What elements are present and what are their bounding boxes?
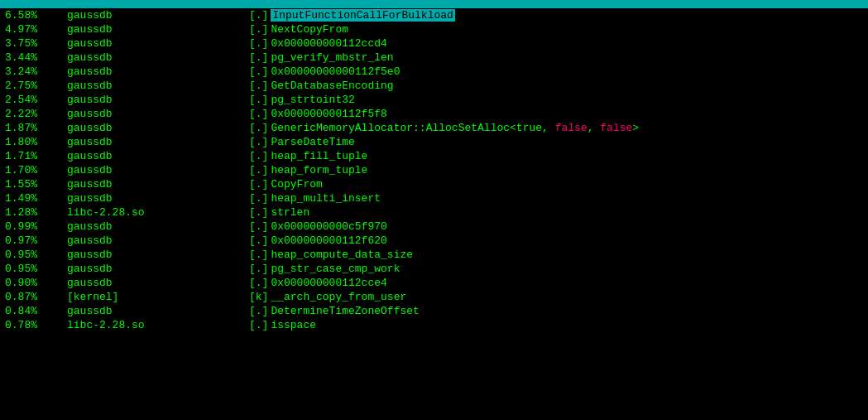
- symbol-value: strlen: [271, 206, 309, 219]
- table-row[interactable]: 0.95%gaussdb[.] heap_compute_data_size: [0, 248, 868, 262]
- symbol-container: [.] heap_fill_tuple: [249, 150, 367, 162]
- table-row[interactable]: 1.28%libc-2.28.so[.] strlen: [0, 205, 868, 220]
- symbol-value: 0x00000000000112f5e0: [271, 65, 400, 78]
- table-row[interactable]: 0.87%[kernel][k] __arch_copy_from_user: [0, 290, 868, 304]
- overhead-value: 0.87%: [5, 291, 67, 303]
- overhead-value: 0.99%: [5, 220, 67, 233]
- overhead-value: 1.49%: [5, 192, 67, 205]
- symbol-value: heap_compute_data_size: [271, 249, 413, 261]
- overhead-value: 3.75%: [5, 37, 67, 50]
- symbol-container: [.] heap_multi_insert: [249, 192, 381, 205]
- bracket: [.]: [249, 206, 268, 219]
- table-row[interactable]: 1.71%gaussdb[.] heap_fill_tuple: [0, 149, 868, 163]
- table-row[interactable]: 3.24%gaussdb[.] 0x00000000000112f5e0: [0, 65, 868, 79]
- symbol-value: __arch_copy_from_user: [271, 291, 406, 303]
- shared-object-value: gaussdb: [67, 234, 249, 247]
- symbol-value: InputFunctionCallForBulkload: [271, 9, 454, 22]
- shared-object-value: [kernel]: [67, 291, 249, 303]
- overhead-value: 0.84%: [5, 305, 67, 317]
- table-row[interactable]: 1.55%gaussdb[.] CopyFrom: [0, 177, 868, 191]
- overhead-value: 2.22%: [5, 108, 67, 120]
- table-row[interactable]: 6.58%gaussdb[.] InputFunctionCallForBulk…: [0, 8, 868, 22]
- table-row[interactable]: 2.54%gaussdb[.] pg_strtoint32: [0, 93, 868, 107]
- symbol-container: [k] __arch_copy_from_user: [249, 291, 406, 303]
- symbol-value: 0x000000000112ccd4: [271, 37, 386, 50]
- symbol-value: pg_strtoint32: [271, 94, 354, 106]
- bracket: [.]: [249, 234, 268, 247]
- overhead-value: 6.58%: [5, 9, 67, 22]
- false-keyword: false: [600, 122, 632, 134]
- symbol-value: 0x0000000000c5f970: [271, 220, 386, 233]
- overhead-value: 0.90%: [5, 277, 67, 289]
- shared-object-value: gaussdb: [67, 108, 249, 120]
- symbol-container: [.] DetermineTimeZoneOffset: [249, 305, 420, 317]
- overhead-value: 0.95%: [5, 263, 67, 275]
- table-row[interactable]: 4.97%gaussdb[.] NextCopyFrom: [0, 22, 868, 36]
- symbol-value: CopyFrom: [271, 178, 322, 191]
- table-row[interactable]: 3.75%gaussdb[.] 0x000000000112ccd4: [0, 36, 868, 51]
- shared-object-value: gaussdb: [67, 37, 249, 50]
- bracket: [.]: [249, 51, 268, 64]
- shared-object-value: libc-2.28.so: [67, 319, 249, 331]
- shared-object-value: gaussdb: [67, 9, 249, 22]
- shared-object-value: gaussdb: [67, 122, 249, 134]
- symbol-value: heap_form_tuple: [271, 164, 367, 176]
- bracket: [.]: [249, 9, 268, 22]
- symbol-container: [.] 0x0000000000c5f970: [249, 220, 387, 233]
- bracket: [.]: [249, 164, 268, 176]
- false-keyword: false: [555, 122, 587, 134]
- symbol-container: [.] ParseDateTime: [249, 136, 355, 148]
- shared-object-value: gaussdb: [67, 249, 249, 261]
- bracket: [.]: [249, 80, 268, 92]
- table-row[interactable]: 0.97%gaussdb[.] 0x000000000112f620: [0, 234, 868, 248]
- table-row[interactable]: 3.44%gaussdb[.] pg_verify_mbstr_len: [0, 51, 868, 65]
- shared-object-value: gaussdb: [67, 65, 249, 78]
- table-row[interactable]: 1.70%gaussdb[.] heap_form_tuple: [0, 163, 868, 177]
- symbol-value: GenericMemoryAllocator::AllocSetAlloc<tr…: [271, 122, 639, 134]
- overhead-value: 0.95%: [5, 249, 67, 261]
- overhead-value: 1.55%: [5, 178, 67, 191]
- table-row[interactable]: 0.90%gaussdb[.] 0x000000000112cce4: [0, 276, 868, 290]
- table-row[interactable]: 2.22%gaussdb[.] 0x000000000112f5f8: [0, 107, 868, 121]
- bracket: [k]: [249, 291, 268, 303]
- table-row[interactable]: 0.99%gaussdb[.] 0x0000000000c5f970: [0, 220, 868, 234]
- symbol-container: [.] GenericMemoryAllocator::AllocSetAllo…: [249, 122, 639, 134]
- symbol-value: GetDatabaseEncoding: [271, 80, 393, 92]
- table-row[interactable]: 2.75%gaussdb[.] GetDatabaseEncoding: [0, 79, 868, 93]
- overhead-value: 3.24%: [5, 65, 67, 78]
- bracket: [.]: [249, 277, 268, 289]
- symbol-container: [.] 0x000000000112f5f8: [249, 108, 387, 120]
- symbol-container: [.] InputFunctionCallForBulkload: [249, 9, 455, 22]
- overhead-value: 1.28%: [5, 206, 67, 219]
- table-row[interactable]: 0.95%gaussdb[.] pg_str_case_cmp_work: [0, 262, 868, 276]
- table-row[interactable]: 1.49%gaussdb[.] heap_multi_insert: [0, 191, 868, 205]
- symbol-container: [.] heap_compute_data_size: [249, 249, 413, 261]
- bracket: [.]: [249, 263, 268, 275]
- shared-object-value: gaussdb: [67, 136, 249, 148]
- table-row[interactable]: 1.80%gaussdb[.] ParseDateTime: [0, 135, 868, 149]
- symbol-container: [.] strlen: [249, 206, 309, 219]
- symbol-value: pg_verify_mbstr_len: [271, 51, 393, 64]
- bracket: [.]: [249, 305, 268, 317]
- symbol-container: [.] 0x000000000112cce4: [249, 277, 387, 289]
- symbol-value: ParseDateTime: [271, 136, 354, 148]
- table-row[interactable]: 0.78%libc-2.28.so[.] isspace: [0, 318, 868, 332]
- symbol-container: [.] CopyFrom: [249, 178, 323, 191]
- symbol-value: heap_fill_tuple: [271, 150, 367, 162]
- symbol-container: [.] pg_verify_mbstr_len: [249, 51, 394, 64]
- shared-object-value: gaussdb: [67, 51, 249, 64]
- symbol-container: [.] GetDatabaseEncoding: [249, 80, 394, 92]
- symbol-container: [.] NextCopyFrom: [249, 23, 348, 36]
- symbol-container: [.] isspace: [249, 319, 316, 331]
- bracket: [.]: [249, 178, 268, 191]
- shared-object-value: libc-2.28.so: [67, 206, 249, 219]
- table-row[interactable]: 0.84%gaussdb[.] DetermineTimeZoneOffset: [0, 304, 868, 318]
- bracket: [.]: [249, 319, 268, 331]
- symbol-container: [.] 0x00000000000112f5e0: [249, 65, 400, 78]
- symbol-value: 0x000000000112f5f8: [271, 108, 386, 120]
- overhead-value: 0.97%: [5, 234, 67, 247]
- symbol-value: NextCopyFrom: [271, 23, 348, 36]
- overhead-value: 3.44%: [5, 51, 67, 64]
- table-row[interactable]: 1.87%gaussdb[.] GenericMemoryAllocator::…: [0, 121, 868, 135]
- shared-object-value: gaussdb: [67, 277, 249, 289]
